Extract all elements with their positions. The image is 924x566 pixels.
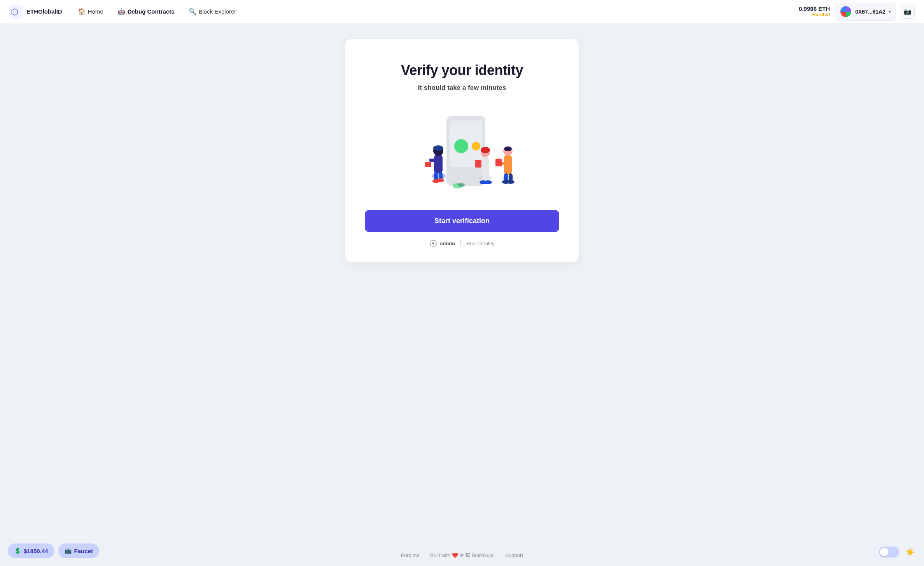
svg-rect-10 bbox=[429, 159, 436, 162]
svg-point-15 bbox=[437, 178, 444, 182]
home-icon: 🏠 bbox=[78, 8, 86, 15]
onfido-logo-text: onfido bbox=[440, 241, 455, 246]
sun-icon: ☀️ bbox=[906, 548, 914, 556]
logo-text: ETHGlobalID bbox=[26, 8, 62, 15]
svg-point-21 bbox=[481, 147, 490, 153]
svg-point-9 bbox=[433, 145, 443, 151]
wallet-avatar bbox=[840, 5, 852, 18]
bottom-widgets: 💲 $1850.44 📺 Faucet bbox=[8, 543, 99, 558]
screen-icon: 📷 bbox=[904, 8, 912, 15]
svg-rect-29 bbox=[504, 155, 512, 175]
nav-explorer-label: Block Explorer bbox=[199, 8, 236, 15]
onfido-badge: onfido Real Identity bbox=[430, 240, 495, 247]
svg-point-39 bbox=[432, 242, 434, 245]
verify-illustration bbox=[400, 104, 524, 197]
theme-toggle[interactable] bbox=[879, 547, 899, 557]
explorer-icon: 🔍 bbox=[189, 8, 196, 15]
real-identity-label: Real Identity bbox=[466, 241, 494, 246]
logo[interactable]: ⬡ ETHGlobalID bbox=[9, 5, 62, 19]
eth-balance: 0.9996 ETH Hardhat bbox=[799, 5, 830, 17]
svg-rect-19 bbox=[481, 157, 489, 175]
main-content: Verify your identity It should take a fe… bbox=[0, 23, 924, 549]
faucet-icon: 📺 bbox=[65, 547, 72, 554]
nav-home[interactable]: 🏠 Home bbox=[72, 5, 110, 18]
footer-fork[interactable]: Fork me bbox=[401, 552, 420, 558]
wallet-button[interactable]: 0X67...61A2 ▾ bbox=[835, 3, 896, 21]
balance-icon: 💲 bbox=[14, 547, 21, 554]
navbar-right: 0.9996 ETH Hardhat 0X67...61A2 ▾ 📷 bbox=[799, 3, 915, 21]
faucet-widget[interactable]: 📺 Faucet bbox=[58, 543, 99, 558]
balance-amount: $1850.44 bbox=[24, 548, 48, 554]
svg-point-27 bbox=[484, 180, 492, 184]
footer-support[interactable]: Support bbox=[505, 552, 523, 558]
screen-icon-button[interactable]: 📷 bbox=[901, 5, 915, 19]
svg-text:⬡: ⬡ bbox=[11, 7, 18, 17]
footer: Fork me · Built with ❤️ at 🏗 BuidlGuidl … bbox=[0, 549, 924, 566]
chevron-down-icon: ▾ bbox=[889, 9, 891, 14]
svg-point-31 bbox=[504, 147, 512, 151]
wallet-address: 0X67...61A2 bbox=[855, 9, 886, 15]
start-verification-button[interactable]: Start verification bbox=[365, 210, 559, 232]
svg-point-5 bbox=[472, 142, 480, 150]
onfido-divider bbox=[460, 240, 461, 246]
svg-point-4 bbox=[454, 139, 468, 153]
faucet-label: Faucet bbox=[74, 548, 93, 554]
footer-built: Built with ❤️ at 🏗 BuidlGuidl bbox=[430, 552, 495, 558]
navbar: ⬡ ETHGlobalID 🏠 Home 🤖 Debug Contracts 🔍… bbox=[0, 0, 924, 23]
eth-amount: 0.9996 ETH bbox=[799, 5, 830, 12]
logo-icon: ⬡ bbox=[9, 5, 23, 19]
eth-network: Hardhat bbox=[799, 12, 830, 17]
debug-icon: 🤖 bbox=[117, 8, 125, 15]
svg-point-37 bbox=[507, 180, 514, 184]
nav-debug[interactable]: 🤖 Debug Contracts bbox=[111, 5, 181, 18]
nav-links: 🏠 Home 🤖 Debug Contracts 🔍 Block Explore… bbox=[72, 5, 796, 18]
nav-explorer[interactable]: 🔍 Block Explorer bbox=[182, 5, 243, 18]
nav-home-label: Home bbox=[88, 8, 103, 15]
onfido-icon bbox=[430, 240, 437, 247]
svg-rect-23 bbox=[475, 160, 481, 168]
svg-rect-7 bbox=[434, 155, 443, 173]
balance-widget[interactable]: 💲 $1850.44 bbox=[8, 543, 54, 558]
nav-debug-label: Debug Contracts bbox=[128, 8, 175, 15]
sun-icon-button[interactable]: ☀️ bbox=[904, 546, 916, 558]
verify-title: Verify your identity bbox=[401, 62, 523, 79]
svg-rect-11 bbox=[425, 162, 431, 167]
verify-subtitle: It should take a few minutes bbox=[418, 84, 506, 92]
bottom-right: ☀️ bbox=[879, 546, 916, 558]
svg-rect-33 bbox=[495, 159, 502, 166]
verify-card: Verify your identity It should take a fe… bbox=[345, 39, 579, 262]
svg-point-17 bbox=[458, 183, 465, 187]
toggle-thumb bbox=[880, 548, 889, 556]
